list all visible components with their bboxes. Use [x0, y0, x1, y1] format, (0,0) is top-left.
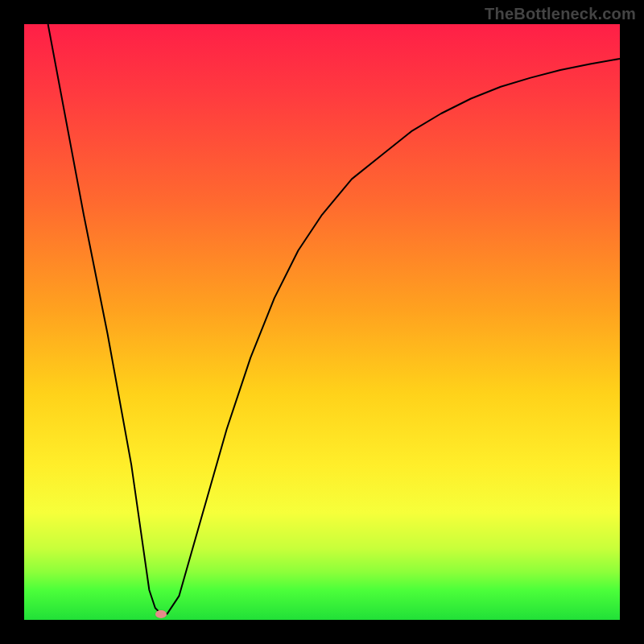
bottleneck-curve [48, 24, 620, 614]
plot-area [24, 24, 620, 620]
curve-svg [24, 24, 620, 620]
watermark-text: TheBottleneck.com [485, 5, 636, 23]
chart-frame: TheBottleneck.com [0, 0, 644, 644]
optimum-marker [155, 610, 167, 618]
